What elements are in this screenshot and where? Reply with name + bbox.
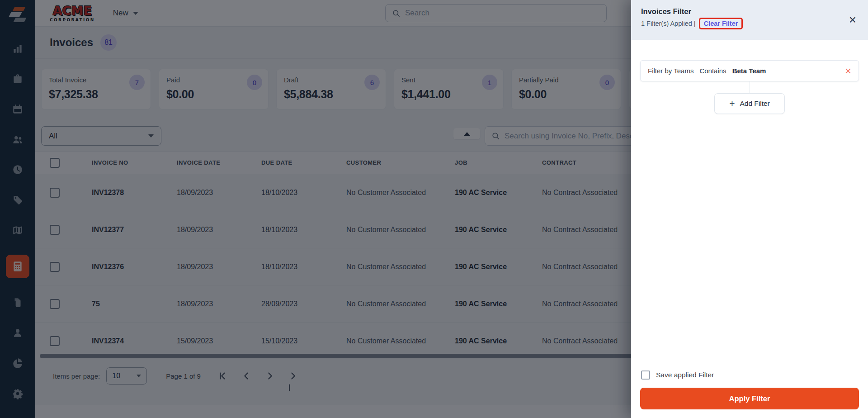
filter-operator-label: Contains (699, 67, 726, 75)
modal-dim-overlay[interactable] (0, 0, 631, 418)
filter-panel-body: Filter by Teams Contains Beta Team × + A… (631, 40, 868, 114)
add-filter-button[interactable]: + Add Filter (714, 93, 785, 114)
applied-filter-row[interactable]: Filter by Teams Contains Beta Team × (640, 60, 859, 81)
annotation-highlight-box: Clear Filter (699, 18, 743, 29)
filter-connector-line (750, 81, 750, 93)
filter-panel-header: Invoices Filter 1 Filter(s) Applied | Cl… (631, 0, 868, 40)
close-icon[interactable]: × (849, 14, 856, 26)
plus-icon: + (729, 99, 735, 108)
filter-panel-title: Invoices Filter (641, 7, 858, 16)
filter-value-label: Beta Team (732, 67, 766, 75)
clear-filter-link[interactable]: Clear Filter (704, 20, 738, 27)
save-filter-label: Save applied Filter (656, 371, 714, 379)
add-filter-label: Add Filter (740, 100, 769, 108)
apply-filter-button[interactable]: Apply Filter (640, 388, 859, 409)
filters-applied-text: 1 Filter(s) Applied | (641, 20, 696, 27)
filter-panel-footer: Save applied Filter Apply Filter (631, 370, 868, 418)
save-filter-checkbox[interactable] (641, 370, 650, 380)
filter-field-label: Filter by Teams (648, 67, 693, 75)
invoices-filter-panel: Invoices Filter 1 Filter(s) Applied | Cl… (631, 0, 868, 418)
remove-filter-icon[interactable]: × (845, 66, 851, 76)
